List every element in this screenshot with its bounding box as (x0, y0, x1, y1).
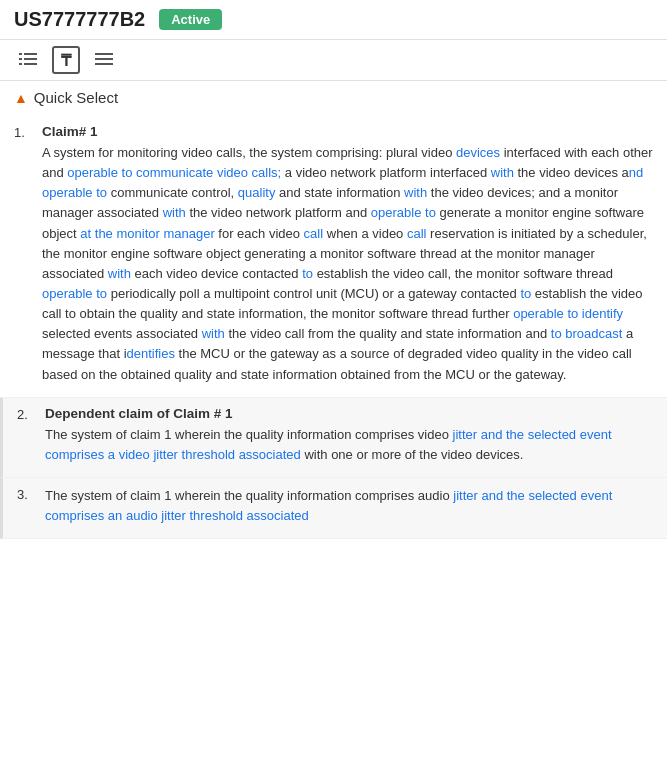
svg-rect-4 (19, 63, 22, 65)
claim-content-2: Dependent claim of Claim # 1 The system … (45, 406, 653, 465)
quick-select-bar[interactable]: ▲ Quick Select (0, 81, 667, 112)
toolbar: ₸ (0, 40, 667, 81)
claim-text-3: The system of claim 1 wherein the qualit… (45, 486, 653, 526)
svg-rect-7 (95, 58, 113, 60)
claim-number-2: 2. (17, 406, 45, 422)
claim-content-3: The system of claim 1 wherein the qualit… (45, 486, 653, 526)
claim-number-3: 3. (17, 486, 45, 502)
svg-rect-8 (95, 63, 113, 65)
claim-title-2: Dependent claim of Claim # 1 (45, 406, 653, 421)
quick-select-arrow: ▲ (14, 90, 28, 106)
quick-select-label: Quick Select (34, 89, 118, 106)
claim-title-1: Claim# 1 (42, 124, 653, 139)
text-tool-icon[interactable]: ₸ (52, 46, 80, 74)
menu-icon[interactable] (90, 46, 118, 74)
claim-item-3: 3. The system of claim 1 wherein the qua… (0, 478, 667, 539)
claim-content-1: Claim# 1 A system for monitoring video c… (42, 124, 653, 385)
claims-list: 1. Claim# 1 A system for monitoring vide… (0, 112, 667, 539)
claim-item-2: 2. Dependent claim of Claim # 1 The syst… (0, 398, 667, 478)
page-header: US7777777B2 Active (0, 0, 667, 40)
svg-rect-2 (19, 58, 22, 60)
svg-rect-6 (95, 53, 113, 55)
svg-rect-1 (24, 53, 37, 55)
svg-rect-0 (19, 53, 22, 55)
list-icon[interactable] (14, 46, 42, 74)
svg-rect-3 (24, 58, 37, 60)
claim-item-1: 1. Claim# 1 A system for monitoring vide… (0, 116, 667, 398)
claim-text-2: The system of claim 1 wherein the qualit… (45, 425, 653, 465)
claim-text-1: A system for monitoring video calls, the… (42, 143, 653, 385)
status-badge: Active (159, 9, 222, 30)
claim-number-1: 1. (14, 124, 42, 140)
patent-id: US7777777B2 (14, 8, 145, 31)
svg-rect-5 (24, 63, 37, 65)
